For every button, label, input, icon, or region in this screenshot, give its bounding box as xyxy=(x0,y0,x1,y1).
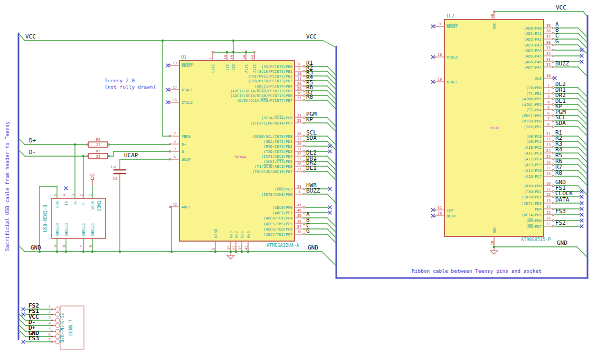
pin-name: RESET xyxy=(447,25,458,29)
pin-number: 16 xyxy=(546,216,551,221)
pin-number: 26 xyxy=(546,160,551,165)
junction-dot xyxy=(91,251,94,253)
pin-name: XTAL2 xyxy=(447,55,458,60)
pin-number: 22 xyxy=(297,157,301,161)
pin-end-circle xyxy=(552,202,554,204)
wire xyxy=(18,138,25,145)
ic-value: AT90S8515-P xyxy=(521,237,551,242)
wire-end-dot xyxy=(51,336,53,338)
bus-entry xyxy=(578,127,587,136)
pin-name: (T1/OC4D/ADC9)PD6 xyxy=(254,165,292,169)
pin-name: (A13)PC5 xyxy=(524,163,542,167)
pin-number: 4 xyxy=(174,140,176,144)
pin-end-circle xyxy=(552,32,554,34)
capacitor-c4[interactable]: 1uFC4 xyxy=(110,165,126,181)
pin-number: 15 xyxy=(227,246,231,250)
pin-name: GND xyxy=(492,226,497,233)
resistor-value: 22 xyxy=(96,155,100,159)
pin-name: (SS/PCINT0)PB0 xyxy=(261,65,292,69)
pin-end-circle xyxy=(303,145,305,147)
pin-number: 34 xyxy=(230,55,234,60)
pin-name: VBUS xyxy=(182,135,191,139)
pin-name: AVCC xyxy=(253,64,257,73)
pin-number: 28 xyxy=(297,82,301,86)
pin-number: 5 xyxy=(547,106,549,110)
pin-circle xyxy=(55,334,60,339)
pin-number: 30 xyxy=(297,91,301,95)
bus-entry xyxy=(578,159,587,168)
pin-name: (AD1)PA1 xyxy=(524,32,542,36)
pin-number: 1 xyxy=(89,194,93,196)
vcc-symbol[interactable]: VCC xyxy=(90,173,95,186)
pin-name: (AD6)PA6 xyxy=(524,60,542,64)
pin-end-circle xyxy=(303,117,305,119)
pin-number: 5 xyxy=(49,327,51,331)
pin-name: UVCC xyxy=(211,64,215,73)
wire xyxy=(18,245,25,252)
pin-name: D- xyxy=(82,201,86,205)
bus-entry xyxy=(327,76,336,85)
pin-name: (ADC4/TCK)PF4 xyxy=(263,216,292,221)
usb-mini-b-connector[interactable]: USB-MINI-BCON15GND4ID3D+2D-1VBUS9SHELL48… xyxy=(43,194,106,247)
pin-name: (OC0A/OC1C/RTS/PCINT7)PB7 xyxy=(237,99,292,103)
pin-name: (A10)PC2 xyxy=(524,146,542,150)
resistor-r3[interactable]: R322 xyxy=(87,149,110,159)
pin-number: 4 xyxy=(547,100,549,104)
bus-entry xyxy=(578,45,587,54)
pin-end-circle xyxy=(303,212,305,214)
usb-connector-name: CON1 xyxy=(97,200,102,211)
pin-name: (AIN0)PB2 xyxy=(522,97,542,101)
pin-end-circle xyxy=(552,135,554,137)
pin-number: 29 xyxy=(297,87,301,91)
pin-number: 42 xyxy=(173,203,177,207)
pin-end-circle xyxy=(303,94,305,97)
ic-footprint: TQFP44 xyxy=(234,155,246,159)
pin-name: (AD4)PA4 xyxy=(524,49,542,53)
pin-end-circle xyxy=(552,152,554,154)
pin-end-circle xyxy=(552,92,554,94)
ic-u1[interactable]: U1ATMEGA32U4-ATQFP4413RESET17XTAL116XTAL… xyxy=(166,51,336,253)
pin-end-circle xyxy=(552,103,554,106)
pin-number: 37 xyxy=(297,225,301,229)
resistor-r2[interactable]: R222 xyxy=(87,138,110,148)
schematic-canvas: U1ATMEGA32U4-ATQFP4413RESET17XTAL116XTAL… xyxy=(0,0,597,364)
net-label-fs3: FS3 xyxy=(29,335,39,342)
pin-name: D+ xyxy=(182,142,186,147)
pin-number: 33 xyxy=(546,58,551,62)
pin-number: 20 xyxy=(490,241,495,245)
pin-end-circle xyxy=(552,169,554,171)
wire xyxy=(18,150,25,156)
pin-name: (TXD/INT3)PD3 xyxy=(263,150,292,154)
pin-name: SHELL3 xyxy=(64,223,69,236)
pin-name: OC1B xyxy=(447,214,456,218)
pin-name: (PDI/MOSI/PCINT2)PB2 xyxy=(248,74,292,79)
pin-name: VBUS xyxy=(91,201,95,210)
ic-ic2[interactable]: IC2AT90S8515-PDIL409RESET18XTAL219XTAL13… xyxy=(431,11,587,248)
pin-end-circle xyxy=(303,122,305,124)
net-label-g: G xyxy=(555,38,559,45)
net-label-kp: KP xyxy=(306,116,314,123)
bus-entry xyxy=(327,229,336,238)
pin-number: 5 xyxy=(212,248,216,250)
pin-number: 6 xyxy=(174,155,176,159)
bus-entry xyxy=(327,100,336,109)
vcc-symbol-label: VCC xyxy=(90,173,95,176)
pin-name: (ADC6/TDO)PF6 xyxy=(263,227,292,232)
pin-number: 36 xyxy=(297,230,301,234)
pin-number: 2 xyxy=(80,194,84,196)
pin-number: 8 xyxy=(298,62,300,66)
pin-number: 37 xyxy=(546,35,551,39)
pin-name: (ADC1)PF1 xyxy=(272,211,292,215)
pin-end-circle xyxy=(303,99,305,101)
bus-entry xyxy=(578,67,587,76)
pin-end-circle xyxy=(303,65,305,68)
pin-name: (AD0)PA0 xyxy=(524,26,542,31)
net-label-sda: SDA xyxy=(306,135,317,141)
net-label-ucap: UCAP xyxy=(124,152,138,159)
pin-name: (MISO)PB6 xyxy=(522,119,542,123)
junction-dot xyxy=(232,51,235,54)
pin-number: 1 xyxy=(547,83,549,88)
pin-end-circle xyxy=(552,38,554,40)
pin-end-circle xyxy=(303,80,305,82)
pin-end-circle xyxy=(303,90,305,92)
